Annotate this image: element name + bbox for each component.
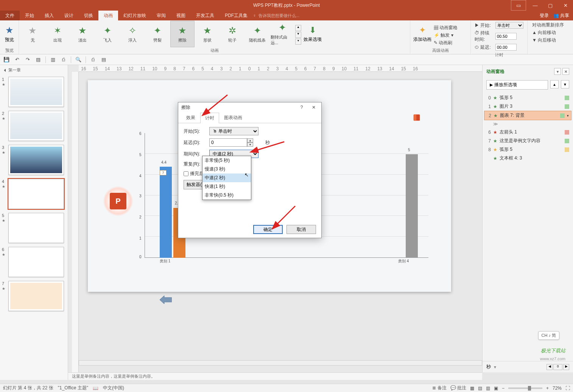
horizontal-scrollbar[interactable] [79, 360, 482, 366]
qat-btn-3[interactable]: 🔍 [75, 56, 82, 63]
anim-flyin[interactable]: ✦飞入 [95, 21, 120, 47]
dropdown-option[interactable]: 非常快(0.5 秒) [202, 191, 251, 200]
animation-list-item[interactable]: 2★图表 7: 背景▾ [484, 111, 571, 120]
animation-list-item[interactable]: 1★图片 3 [484, 102, 571, 111]
left-arrow-shape[interactable] [160, 296, 172, 304]
notes-bar[interactable]: 这里是举例备注内容，这里是举例备注内容。 [68, 372, 482, 380]
share-button[interactable]: 👥 共享 [553, 12, 569, 19]
animation-list-item[interactable]: 6★左箭头 1 [484, 128, 571, 136]
add-animation-button[interactable]: ✦添加动画 [412, 21, 433, 47]
gallery-more-button[interactable]: ▾ [295, 39, 301, 45]
tab-design[interactable]: 设计 [59, 11, 79, 20]
ribbon-display-options[interactable]: ▭ [511, 0, 526, 11]
timeline-next[interactable]: ▶ [563, 364, 569, 370]
tab-insert[interactable]: 插入 [39, 11, 59, 20]
timeline-prev[interactable]: ◀ [547, 364, 553, 370]
trigger-button[interactable]: ⚡ 触发 ▾ [434, 32, 458, 39]
anim-split[interactable]: ✦劈裂 [145, 21, 170, 47]
view-slideshow-icon[interactable]: ▣ [494, 386, 498, 391]
zoom-slider[interactable] [508, 387, 542, 389]
move-down-button[interactable]: ▼ [561, 80, 569, 88]
pane-options-button[interactable]: ▾ [554, 68, 561, 75]
slide-thumb-4[interactable]: 4★ [8, 179, 64, 209]
play-selected-button[interactable]: ▶ 播放所选项 [486, 80, 548, 90]
qat-btn-5[interactable]: ▤ [100, 56, 107, 63]
slide-thumb-1[interactable]: 1★ [8, 77, 64, 107]
dropdown-option[interactable]: 非常慢(5 秒) [202, 156, 251, 165]
tell-me-input[interactable]: 告诉我您想要做什么... [258, 13, 299, 19]
slide-thumb-7[interactable]: 7★ [8, 281, 64, 311]
dialog-delay-input[interactable] [209, 138, 247, 147]
animation-list-item[interactable]: ≫ [484, 120, 571, 128]
comments-button[interactable]: 💬 批注 [450, 385, 466, 391]
move-up-button[interactable]: ▲ [550, 80, 559, 88]
dropdown-option[interactable]: 慢速(3 秒) [202, 165, 251, 174]
dropdown-option[interactable]: 快速(1 秒) [202, 182, 251, 191]
maximize-button[interactable]: ▢ [543, 0, 558, 11]
timeline-zoom[interactable]: 0 [553, 364, 562, 370]
slideshow-icon[interactable]: ▨ [35, 56, 42, 63]
effect-options-button[interactable]: ⬇效果选项 [302, 21, 323, 47]
notes-button[interactable]: ≣ 备注 [432, 385, 446, 391]
qat-btn-4[interactable]: ⎙ [90, 56, 97, 63]
tab-developer[interactable]: 开发工具 [191, 11, 220, 20]
anim-appear[interactable]: ✶出现 [45, 21, 70, 47]
preview-button[interactable]: ★预览 [2, 21, 17, 47]
tab-slideshow[interactable]: 幻灯片放映 [118, 11, 151, 20]
duration-input[interactable] [495, 33, 517, 40]
tab-transitions[interactable]: 切换 [79, 11, 98, 20]
login-button[interactable]: 登录 [540, 12, 549, 19]
anim-wheel[interactable]: ✲轮子 [220, 21, 244, 47]
anim-floatin[interactable]: ✧浮入 [120, 21, 145, 47]
move-earlier-button[interactable]: ▲ 向前移动 [532, 29, 568, 36]
save-icon[interactable]: 💾 [3, 56, 10, 63]
animation-list-item[interactable]: 8★弧形 5 [484, 145, 571, 154]
redo-icon[interactable]: ↷ [24, 56, 31, 63]
dialog-tab-effect[interactable]: 效果 [181, 112, 200, 123]
slide-thumb-2[interactable]: 2★ [8, 111, 64, 141]
view-normal-icon[interactable]: ▦ [470, 386, 474, 391]
slide-thumb-3[interactable]: 3★ [8, 145, 64, 175]
view-sorter-icon[interactable]: ▤ [478, 386, 482, 391]
dialog-start-select[interactable]: 🖱 单击时 [209, 127, 258, 135]
anim-wipe[interactable]: ★擦除 [170, 21, 195, 47]
pane-close-button[interactable]: ✕ [562, 68, 569, 75]
section-header[interactable]: ⏴ 第一章 [0, 65, 68, 75]
animation-list-item[interactable]: ★文本框 4: 3 [484, 154, 571, 163]
undo-icon[interactable]: ↶ [14, 56, 20, 63]
animation-list-item[interactable]: 0★弧形 5 [484, 93, 571, 102]
comment-marker[interactable]: 7 [160, 170, 167, 175]
tab-review[interactable]: 审阅 [151, 11, 171, 20]
fit-button[interactable]: ⛶ [565, 386, 570, 391]
start-select[interactable]: 单击时 [495, 22, 523, 29]
zoom-out-button[interactable]: − [502, 386, 504, 391]
animation-painter-button[interactable]: ✎ 动画刷 [434, 40, 458, 46]
animation-list-item[interactable]: 7★这里是举例文字内容 [484, 136, 571, 145]
slide-thumb-5[interactable]: 5★ [8, 213, 64, 243]
zoom-level[interactable]: 72% [553, 386, 562, 391]
tab-pdftools[interactable]: PDF工具集 [220, 11, 253, 20]
minimize-button[interactable]: — [528, 0, 543, 11]
anim-grow[interactable]: ✦翻转式由远... [270, 21, 294, 47]
qat-btn-2[interactable]: ⎙ [60, 56, 67, 63]
delay-input[interactable] [495, 44, 517, 51]
tab-view[interactable]: 视图 [171, 11, 191, 20]
tab-home[interactable]: 开始 [20, 11, 39, 20]
dialog-close-button[interactable]: ✕ [309, 104, 318, 111]
language-indicator[interactable]: 中文(中国) [103, 385, 124, 391]
qat-btn-1[interactable]: ▥ [50, 56, 56, 63]
tab-animations[interactable]: 动画 [98, 11, 118, 20]
view-reading-icon[interactable]: ▥ [486, 386, 490, 391]
gallery-down-button[interactable]: ▼ [295, 32, 301, 38]
anim-random[interactable]: ✦随机线条 [245, 21, 269, 47]
dialog-help-button[interactable]: ? [297, 104, 306, 111]
close-button[interactable]: ✕ [558, 0, 573, 11]
anim-fade[interactable]: ★淡出 [70, 21, 95, 47]
move-later-button[interactable]: ▼ 向后移动 [532, 37, 568, 43]
slide-thumb-6[interactable]: 6★ [8, 247, 64, 277]
gallery-up-button[interactable]: ▲ [295, 25, 301, 31]
zoom-in-button[interactable]: + [546, 386, 549, 391]
anim-none[interactable]: ★无 [20, 21, 45, 47]
spellcheck-icon[interactable]: 📖 [93, 386, 98, 391]
anim-shape[interactable]: ★形状 [195, 21, 220, 47]
